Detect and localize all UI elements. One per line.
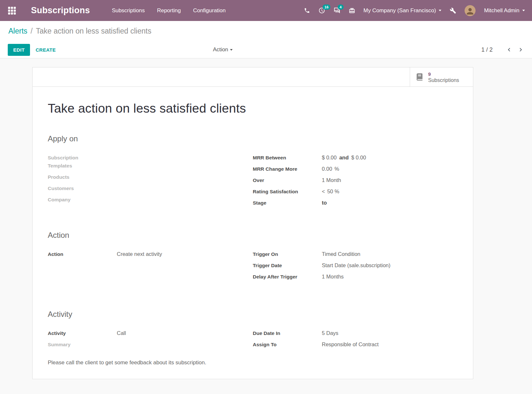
menu-configuration[interactable]: Configuration <box>193 7 226 14</box>
pager: 1 / 2 <box>481 46 524 53</box>
field-rating-satisfaction: Rating Satisfaction <50 % <box>253 187 458 196</box>
app-title[interactable]: Subscriptions <box>31 5 90 15</box>
user-menu[interactable]: Mitchell Admin <box>484 7 525 14</box>
top-navbar: Subscriptions Subscriptions Reporting Co… <box>0 0 532 21</box>
action-fields: Action Create next activity Trigger On T… <box>48 250 458 284</box>
field-delay-after-trigger: Delay After Trigger 1 Months <box>253 273 458 281</box>
button-box: 9 Subscriptions <box>33 67 473 87</box>
field-subscription-templates[interactable]: Subscription Templates <box>48 154 253 170</box>
section-heading-action: Action <box>48 231 458 240</box>
field-over: Over 1 Month <box>253 176 458 184</box>
activity-note: Please call the client to get some feedb… <box>48 359 458 366</box>
control-panel: EDIT CREATE Action 1 / 2 <box>0 41 532 58</box>
subscriptions-stat-button[interactable]: 9 Subscriptions <box>410 67 473 86</box>
messages-icon[interactable]: 4 <box>334 7 340 14</box>
menu-reporting[interactable]: Reporting <box>157 7 181 14</box>
gift-icon[interactable] <box>349 7 355 14</box>
breadcrumb-separator: / <box>31 27 33 35</box>
stat-label: Subscriptions <box>428 77 459 83</box>
field-summary[interactable]: Summary <box>48 340 253 349</box>
field-products[interactable]: Products <box>48 173 253 181</box>
apply-on-fields: Subscription Templates Products Customer… <box>48 154 458 210</box>
field-stage: Stage to <box>253 199 458 207</box>
field-action: Action Create next activity <box>48 250 253 258</box>
activities-clock-icon[interactable]: 16 <box>318 7 325 14</box>
form-sheet: 9 Subscriptions Take action on less sati… <box>32 67 473 379</box>
create-button[interactable]: CREATE <box>35 47 55 53</box>
content-area: 9 Subscriptions Take action on less sati… <box>0 58 532 394</box>
edit-button[interactable]: EDIT <box>8 44 30 56</box>
field-trigger-on: Trigger On Timed Condition <box>253 250 458 258</box>
phone-icon[interactable] <box>304 7 310 14</box>
pager-count: 1 / 2 <box>481 46 493 53</box>
book-icon <box>415 73 424 81</box>
section-heading-activity: Activity <box>48 310 458 319</box>
pager-previous-icon[interactable] <box>506 46 513 53</box>
stat-count: 9 <box>428 71 459 77</box>
messages-count-badge: 4 <box>338 5 344 10</box>
apps-grid-icon[interactable] <box>8 6 17 15</box>
tools-icon[interactable] <box>450 7 456 14</box>
breadcrumb: Alerts / Take action on less satisfied c… <box>0 21 532 41</box>
main-menu: Subscriptions Reporting Configuration <box>112 7 226 14</box>
sheet-body: Take action on less satisfied clients Ap… <box>33 87 473 379</box>
field-trigger-date: Trigger Date Start Date (sale.subscripti… <box>253 261 458 269</box>
breadcrumb-parent-link[interactable]: Alerts <box>8 27 27 35</box>
field-mrr-between: MRR Between $ 0.00and$ 0.00 <box>253 154 458 162</box>
field-due-date-in: Due Date In 5 Days <box>253 329 458 337</box>
record-title: Take action on less satisfied clients <box>48 101 458 116</box>
user-avatar[interactable] <box>465 5 476 16</box>
menu-subscriptions[interactable]: Subscriptions <box>112 7 145 14</box>
field-assign-to: Assign To Responsible of Contract <box>253 340 458 349</box>
field-activity: Activity Call <box>48 329 253 337</box>
company-switcher[interactable]: My Company (San Francisco) <box>364 7 442 14</box>
activity-fields: Activity Call Summary Due Date In 5 Days… <box>48 329 458 352</box>
pager-next-icon[interactable] <box>517 46 524 53</box>
field-company[interactable]: Company <box>48 196 253 204</box>
breadcrumb-current: Take action on less satisfied clients <box>36 27 151 35</box>
field-customers[interactable]: Customers <box>48 184 253 192</box>
activities-count-badge: 16 <box>323 5 331 10</box>
section-heading-apply-on: Apply on <box>48 134 458 143</box>
navbar-right: 16 4 My Company (San Francisco) Mitchell… <box>304 5 525 16</box>
action-dropdown[interactable]: Action <box>213 46 233 53</box>
field-mrr-change-more: MRR Change More 0.00% <box>253 165 458 173</box>
